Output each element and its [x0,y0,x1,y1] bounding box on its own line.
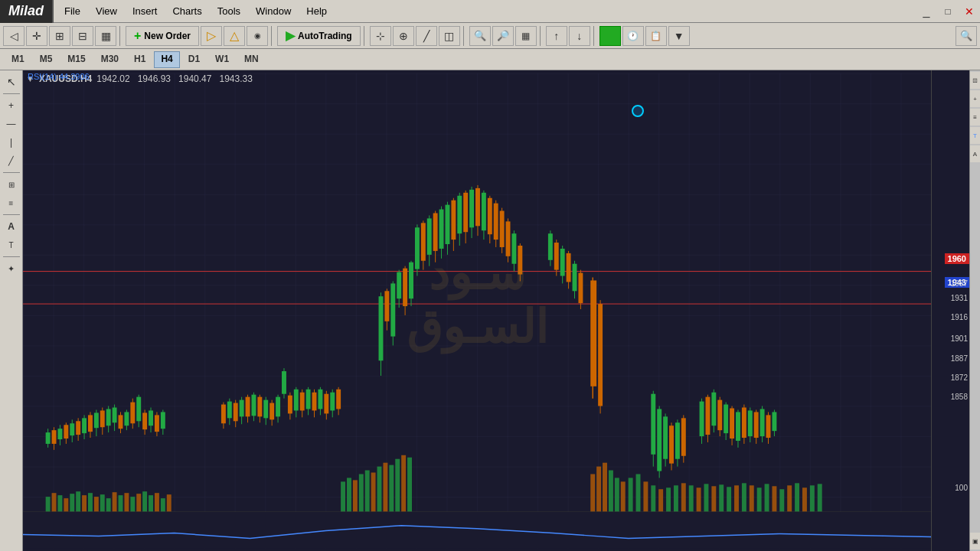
sell-arrow[interactable]: ↓ [569,26,590,46]
svg-rect-22 [341,481,345,512]
line-tool[interactable]: ╱ [416,26,437,46]
cursor-tool[interactable]: ⊹ [370,26,391,46]
svg-rect-34 [590,474,595,511]
zoom-out-tool[interactable]: ⊟ [72,26,93,46]
right-price-axis: 1960 1943 1937 1931 1916 1901 1887 1872 … [931,70,969,551]
svg-rect-189 [500,211,505,247]
rt-btn-3[interactable]: ≡ [970,109,981,126]
svg-rect-28 [377,467,382,512]
tf-m30[interactable]: M30 [94,51,126,68]
svg-rect-103 [149,410,153,425]
svg-rect-49 [697,487,701,512]
label-tool[interactable]: T [2,236,21,253]
tf-m15[interactable]: M15 [60,51,92,68]
svg-rect-129 [282,371,286,394]
new-order-icon: + [134,29,141,43]
svg-rect-109 [221,405,226,424]
svg-rect-113 [234,403,238,422]
rt-btn-1[interactable]: ⊟ [970,72,981,89]
trendline-tool[interactable]: ╱ [2,152,21,169]
svg-rect-181 [475,188,480,226]
color-button[interactable] [599,26,621,46]
svg-rect-57 [757,487,762,512]
menu-charts[interactable]: Charts [165,0,209,22]
zoom-out-button[interactable]: 🔎 [492,26,514,46]
price-label-1901: 1901 [951,334,969,343]
svg-rect-239 [742,408,746,439]
svg-rect-143 [324,394,328,414]
menu-file[interactable]: File [57,0,88,22]
menu-help[interactable]: Help [299,0,335,22]
svg-rect-26 [365,471,370,512]
grid-button[interactable]: ▦ [515,26,537,46]
svg-rect-62 [795,483,799,512]
buy-button[interactable]: ▷ [201,26,222,46]
svg-rect-95 [124,412,129,425]
rt-btn-6[interactable]: ▣ [970,533,981,549]
tf-m1[interactable]: M1 [5,51,31,68]
crosshair-lt[interactable]: + [2,97,21,114]
zoom-in-button[interactable]: 🔍 [469,26,491,46]
svg-rect-48 [689,485,694,512]
svg-rect-41 [636,474,641,511]
menu-window[interactable]: Window [248,0,299,22]
svg-rect-123 [263,400,268,419]
crosshair-tool[interactable]: ⊕ [393,26,414,46]
hline-tool[interactable]: — [2,116,21,132]
menu-tools[interactable]: Tools [210,0,248,22]
chart-area[interactable]: ▼ XAUUSD.H4 1942.02 1946.93 1940.47 1943… [23,70,931,551]
tf-w1[interactable]: W1 [208,51,236,68]
tf-h4[interactable]: H4 [154,51,179,68]
menu-view[interactable]: View [88,0,125,22]
chart-svg [23,70,931,551]
rt-btn-2[interactable]: + [970,90,981,107]
maximize-button[interactable]: □ [937,2,959,21]
close-button[interactable]: ✕ [959,2,980,21]
back-button[interactable]: ◁ [3,26,24,46]
channel-tool[interactable]: ⊞ [2,176,21,193]
search-button[interactable]: 🔍 [956,26,977,46]
minimize-button[interactable]: _ [916,2,937,21]
price-label-1937: 1937 [951,279,969,288]
chart-high: 1946.93 [138,73,171,84]
text-tool[interactable]: A [2,218,21,235]
indicator-button[interactable]: ◉ [247,26,268,46]
svg-rect-89 [106,409,111,425]
new-order-button[interactable]: + New Order [126,26,199,46]
vline-tool[interactable]: | [2,134,21,151]
svg-rect-249 [772,412,776,431]
price-label-1931: 1931 [951,294,969,302]
menu-insert[interactable]: Insert [125,0,165,22]
tf-mn[interactable]: MN [237,51,266,68]
period-tool[interactable]: ◫ [439,26,460,46]
svg-rect-131 [288,396,292,414]
tf-m5[interactable]: M5 [33,51,60,68]
shape-tool[interactable]: ✦ [2,260,21,277]
zoom-in-tool[interactable]: ⊞ [49,26,70,46]
svg-rect-169 [439,210,444,249]
rt-btn-5[interactable]: A [970,145,981,162]
autotrading-button[interactable]: ▶ AutoTrading [277,26,361,46]
crosshair-button[interactable]: ✛ [26,26,47,46]
svg-rect-177 [463,193,468,232]
menu-items-container: File View Insert Charts Tools Window Hel… [54,0,335,22]
template-button[interactable]: 📋 [645,26,667,46]
tf-d1[interactable]: D1 [181,51,207,68]
price-label-1916: 1916 [951,313,969,321]
fib-tool[interactable]: ≡ [2,194,21,211]
chart-tool[interactable]: ▦ [95,26,116,46]
clock-button[interactable]: 🕐 [622,26,644,46]
svg-rect-97 [130,403,135,424]
tf-h1[interactable]: H1 [127,51,152,68]
sell-button[interactable]: △ [224,26,245,46]
dropdown-button[interactable]: ▼ [668,26,690,46]
svg-rect-24 [353,480,358,512]
svg-rect-207 [578,273,583,304]
svg-rect-157 [403,269,407,306]
rt-btn-4[interactable]: T [970,127,981,144]
svg-rect-139 [312,393,317,411]
svg-rect-32 [401,455,406,512]
select-tool[interactable]: ↖ [2,73,21,90]
svg-rect-147 [336,390,341,409]
buy-arrow[interactable]: ↑ [546,26,567,46]
